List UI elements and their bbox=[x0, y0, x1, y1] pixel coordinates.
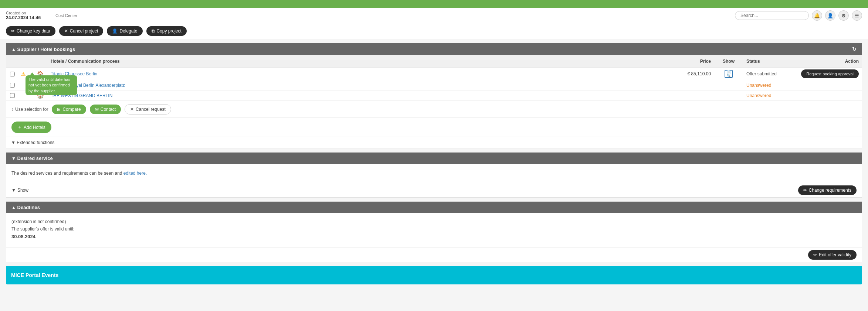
row2-name-cell: Leonardo Royal Berlin Alexanderplatz bbox=[48, 80, 655, 90]
user-icon[interactable]: 👤 bbox=[825, 10, 835, 21]
cancel-project-button[interactable]: ✕ Cancel project bbox=[59, 26, 104, 36]
col-checkbox-header bbox=[6, 57, 18, 65]
col-action-header: Action bbox=[817, 57, 862, 65]
chevron-down-icon: ▼ bbox=[11, 156, 16, 161]
sort-icon: ↕ bbox=[11, 107, 14, 112]
delegate-button[interactable]: 👤 Delegate bbox=[107, 26, 142, 36]
row1-name-cell: Titanic Chaussee Berlin bbox=[48, 68, 655, 80]
col-icon-header bbox=[33, 57, 48, 65]
supplier-section: ▲ Supplier / Hotel bookings ↻ Hotels / C… bbox=[6, 43, 862, 137]
contact-button[interactable]: ✉ Contact bbox=[90, 105, 121, 114]
desired-service-content: The desired services and requirements ca… bbox=[6, 164, 862, 183]
table-row: ⚠ The valid until date has not yet been … bbox=[6, 68, 862, 80]
col-price-header: Price bbox=[655, 57, 714, 65]
cost-center-label: Cost Center bbox=[55, 13, 77, 18]
show-toggle[interactable]: ▼ Show bbox=[11, 188, 28, 193]
row1-checkbox[interactable] bbox=[10, 72, 15, 76]
row3-show-cell bbox=[714, 90, 743, 100]
row1-warning-cell: ⚠ The valid until date has not yet been … bbox=[18, 68, 33, 80]
request-booking-approval-button[interactable]: Request booking approval bbox=[801, 69, 859, 78]
add-hotels-row: ＋ Add Hotels bbox=[6, 118, 862, 137]
search-input[interactable] bbox=[735, 11, 809, 20]
edit-offer-icon: ✏ bbox=[813, 252, 817, 257]
row2-checkbox[interactable] bbox=[10, 83, 15, 88]
row3-status-cell: Unanswered bbox=[743, 90, 817, 100]
table-row: 🏠 THE WESTIN GRAND BERLIN Unanswered bbox=[6, 90, 862, 101]
row2-checkbox-cell[interactable] bbox=[6, 80, 18, 90]
col-warn-header bbox=[18, 57, 33, 65]
supplier-table-header: Hotels / Communication process Price Sho… bbox=[6, 55, 862, 68]
cancel-request-button[interactable]: ✕ Cancel request bbox=[125, 104, 171, 115]
notification-icon[interactable]: 🔔 bbox=[812, 10, 822, 21]
deadlines-content: (extension is not confirmed) The supplie… bbox=[6, 213, 862, 247]
show-document-icon[interactable]: 📄🔍 bbox=[725, 70, 733, 78]
tooltip-bubble: The valid until date has not yet been co… bbox=[26, 75, 77, 95]
chevron-up-icon: ▲ bbox=[11, 47, 16, 52]
row2-status-text: Unanswered bbox=[746, 83, 771, 88]
refresh-icon[interactable]: ↻ bbox=[852, 46, 857, 52]
extended-functions-row[interactable]: ▼ Extended functions bbox=[6, 137, 862, 148]
add-hotels-button[interactable]: ＋ Add Hotels bbox=[11, 122, 51, 133]
edited-here-link[interactable]: edited here. bbox=[123, 171, 147, 176]
row1-show-cell: 📄🔍 bbox=[714, 68, 743, 80]
compare-icon: ⊞ bbox=[57, 107, 61, 112]
row2-price-cell bbox=[655, 80, 714, 90]
chevron-down-icon: ▼ bbox=[11, 188, 16, 193]
created-on-value: 24.07.2024 14:46 bbox=[6, 15, 41, 20]
desired-service-description: The desired services and requirements ca… bbox=[11, 170, 857, 177]
supplier-section-title: ▲ Supplier / Hotel bookings bbox=[11, 47, 75, 52]
edit-icon: ✏ bbox=[11, 28, 15, 34]
col-hotels-header: Hotels / Communication process bbox=[48, 57, 655, 65]
row3-action-cell bbox=[817, 90, 862, 100]
edit-offer-row: ✏ Edit offer validity bbox=[6, 247, 862, 262]
supplier-section-icons: ↻ bbox=[852, 46, 857, 52]
row2-show-cell bbox=[714, 80, 743, 90]
compare-button[interactable]: ⊞ Compare bbox=[52, 105, 86, 114]
plus-icon: ＋ bbox=[17, 124, 22, 130]
created-on-label: Created on bbox=[6, 11, 41, 15]
chevron-up-icon: ▲ bbox=[11, 205, 16, 210]
mice-portal-title: MICE Portal Events bbox=[11, 272, 58, 278]
warning-icon[interactable]: ⚠ bbox=[21, 71, 26, 77]
row1-status-text: Offer submitted bbox=[746, 71, 777, 76]
col-status-header: Status bbox=[743, 57, 817, 65]
table-row: 🏠 Leonardo Royal Berlin Alexanderplatz U… bbox=[6, 80, 862, 90]
row2-status-cell: Unanswered bbox=[743, 80, 817, 90]
deadlines-title: ▲ Deadlines bbox=[11, 205, 40, 210]
change-key-data-button[interactable]: ✏ Change key data bbox=[6, 26, 55, 36]
chevron-down-icon: ▼ bbox=[11, 140, 16, 145]
copy-project-button[interactable]: ⧉ Copy project bbox=[146, 26, 187, 36]
created-on-field: Created on 24.07.2024 14:46 bbox=[6, 11, 41, 20]
settings-icon[interactable]: ⚙ bbox=[838, 10, 849, 21]
change-requirements-button[interactable]: ✏ Change requirements bbox=[798, 185, 857, 195]
cancel-icon: ✕ bbox=[64, 28, 68, 34]
deadlines-section: ▲ Deadlines (extension is not confirmed)… bbox=[6, 201, 862, 262]
copy-icon: ⧉ bbox=[152, 28, 155, 34]
row3-checkbox[interactable] bbox=[10, 93, 15, 98]
main-content: ▲ Supplier / Hotel bookings ↻ Hotels / C… bbox=[0, 39, 868, 288]
row1-checkbox-cell[interactable] bbox=[6, 68, 18, 80]
row3-status-text: Unanswered bbox=[746, 93, 771, 98]
selection-bar: ↕ Use selection for ⊞ Compare ✉ Contact … bbox=[6, 101, 862, 118]
row3-price-cell bbox=[655, 90, 714, 100]
desired-service-section: ▼ Desired service The desired services a… bbox=[6, 152, 862, 198]
mice-portal-section: MICE Portal Events bbox=[6, 266, 862, 284]
extension-note: (extension is not confirmed) bbox=[11, 219, 857, 224]
top-bar bbox=[0, 0, 868, 8]
supplier-section-header[interactable]: ▲ Supplier / Hotel bookings ↻ bbox=[6, 43, 862, 55]
offer-validity-date: 30.08.2024 bbox=[11, 234, 857, 239]
row3-name-cell: THE WESTIN GRAND BERLIN bbox=[48, 90, 655, 100]
menu-icon[interactable]: ☰ bbox=[852, 10, 862, 21]
row2-action-cell bbox=[817, 80, 862, 90]
row3-checkbox-cell[interactable] bbox=[6, 90, 18, 100]
header-icon-cluster: 🔔 👤 ⚙ ☰ bbox=[812, 10, 862, 21]
edit-offer-validity-button[interactable]: ✏ Edit offer validity bbox=[808, 250, 857, 260]
deadlines-header[interactable]: ▲ Deadlines bbox=[6, 202, 862, 213]
desired-service-header[interactable]: ▼ Desired service bbox=[6, 153, 862, 164]
desired-service-show-row: ▼ Show ✏ Change requirements bbox=[6, 183, 862, 197]
action-buttons-bar: ✏ Change key data ✕ Cancel project 👤 Del… bbox=[0, 23, 868, 39]
cost-center-field: Cost Center bbox=[55, 13, 77, 18]
row1-action-cell[interactable]: Request booking approval bbox=[817, 68, 862, 80]
row1-price-cell: € 85,110.00 bbox=[655, 68, 714, 80]
selection-bar-label: ↕ Use selection for bbox=[11, 107, 48, 112]
